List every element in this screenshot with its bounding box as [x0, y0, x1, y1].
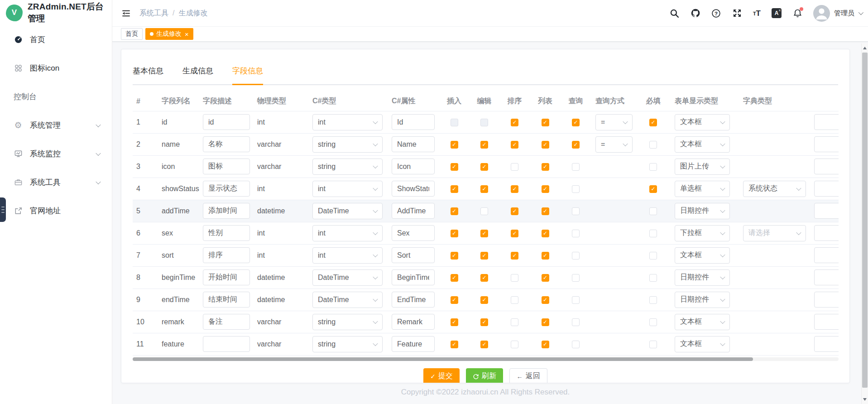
page-vertical-scrollbar[interactable]	[861, 43, 868, 404]
cs-prop-input[interactable]	[392, 225, 435, 241]
field-desc-input[interactable]	[203, 336, 250, 352]
tab-basic-info[interactable]: 基本信息	[133, 66, 163, 84]
cs-type-select[interactable]: int	[312, 181, 383, 197]
form-type-select[interactable]: 文本框	[675, 114, 730, 130]
required-checkbox[interactable]	[649, 163, 657, 171]
sort-checkbox[interactable]	[511, 296, 518, 304]
scroll-up-arrow[interactable]	[862, 44, 868, 52]
form-type-select[interactable]: 文本框	[675, 314, 730, 330]
close-icon[interactable]: ×	[185, 31, 189, 38]
required-checkbox[interactable]	[649, 296, 657, 304]
edit-checkbox[interactable]	[480, 296, 488, 304]
extra-input[interactable]	[814, 114, 839, 130]
cs-prop-input[interactable]	[392, 203, 435, 219]
required-checkbox[interactable]	[649, 274, 657, 282]
refresh-button[interactable]: 刷新	[466, 368, 503, 384]
font-size-icon[interactable]: TT	[753, 10, 761, 17]
cs-prop-input[interactable]	[392, 247, 435, 263]
insert-checkbox[interactable]	[451, 141, 458, 149]
query-checkbox[interactable]	[572, 207, 580, 215]
sort-checkbox[interactable]	[511, 274, 518, 282]
table-horizontal-scrollbar[interactable]	[133, 357, 839, 361]
form-type-select[interactable]: 下拉框	[675, 225, 730, 241]
insert-checkbox[interactable]	[451, 318, 458, 326]
query-mode-select[interactable]: =	[595, 114, 633, 130]
insert-checkbox[interactable]	[451, 119, 458, 126]
edit-checkbox[interactable]	[480, 141, 488, 149]
query-checkbox[interactable]	[572, 163, 580, 171]
insert-checkbox[interactable]	[451, 185, 458, 193]
cs-prop-input[interactable]	[392, 159, 435, 174]
bell-icon[interactable]	[792, 8, 802, 18]
field-desc-input[interactable]	[203, 181, 250, 197]
list-checkbox[interactable]	[542, 141, 549, 149]
sort-checkbox[interactable]	[511, 185, 518, 193]
query-checkbox[interactable]	[572, 230, 580, 237]
extra-input[interactable]	[814, 292, 839, 308]
cs-type-select[interactable]: string	[312, 336, 383, 352]
insert-checkbox[interactable]	[451, 230, 458, 237]
field-desc-input[interactable]	[203, 136, 250, 152]
tag-generate-edit[interactable]: 生成修改 ×	[145, 28, 193, 40]
extra-input[interactable]	[814, 203, 839, 219]
cs-prop-input[interactable]	[392, 136, 435, 152]
form-type-select[interactable]: 日期控件	[675, 269, 730, 286]
scrollbar-thumb[interactable]	[133, 357, 753, 361]
user-menu[interactable]: 管理员	[813, 5, 862, 22]
app-logo-row[interactable]: V ZRAdmin.NET后台管理	[0, 0, 112, 25]
cs-type-select[interactable]: DateTime	[312, 203, 383, 219]
insert-checkbox[interactable]	[451, 163, 458, 171]
cs-prop-input[interactable]	[392, 336, 435, 352]
insert-checkbox[interactable]	[451, 274, 458, 282]
edit-checkbox[interactable]	[480, 274, 488, 282]
required-checkbox[interactable]	[649, 141, 657, 149]
cs-type-select[interactable]: int	[312, 225, 383, 241]
form-type-select[interactable]: 文本框	[675, 247, 730, 264]
sort-checkbox[interactable]	[511, 207, 518, 215]
sort-checkbox[interactable]	[511, 230, 518, 237]
query-checkbox[interactable]	[572, 296, 580, 304]
cs-prop-input[interactable]	[392, 292, 435, 308]
list-checkbox[interactable]	[542, 274, 549, 282]
sidebar-item-console[interactable]: 控制台	[0, 82, 112, 111]
sidebar-item-icons[interactable]: 图标icon	[0, 54, 112, 82]
edit-checkbox[interactable]	[480, 207, 488, 215]
extra-input[interactable]	[814, 225, 839, 241]
query-mode-select[interactable]: =	[595, 136, 633, 153]
list-checkbox[interactable]	[542, 341, 549, 348]
sort-checkbox[interactable]	[511, 252, 518, 260]
query-checkbox[interactable]	[572, 119, 580, 126]
sidebar-item-home[interactable]: 首页	[0, 25, 112, 54]
avatar[interactable]	[813, 5, 830, 22]
extra-input[interactable]	[814, 269, 839, 285]
query-checkbox[interactable]	[572, 252, 580, 260]
required-checkbox[interactable]	[649, 341, 657, 348]
edit-checkbox[interactable]	[480, 119, 488, 126]
cs-type-select[interactable]: int	[312, 247, 383, 264]
required-checkbox[interactable]	[649, 318, 657, 326]
sort-checkbox[interactable]	[511, 341, 518, 348]
list-checkbox[interactable]	[542, 230, 549, 237]
field-desc-input[interactable]	[203, 225, 250, 241]
dict-type-select[interactable]: 系统状态	[743, 181, 806, 197]
extra-input[interactable]	[814, 247, 839, 263]
edit-checkbox[interactable]	[480, 185, 488, 193]
cs-type-select[interactable]: string	[312, 136, 383, 153]
list-checkbox[interactable]	[542, 318, 549, 326]
github-icon[interactable]	[691, 8, 700, 18]
edit-checkbox[interactable]	[480, 252, 488, 260]
list-checkbox[interactable]	[542, 163, 549, 171]
sidebar-item-official-site[interactable]: 官网地址	[0, 197, 112, 225]
cs-prop-input[interactable]	[392, 181, 435, 197]
list-checkbox[interactable]	[542, 296, 549, 304]
scrollbar-thumb[interactable]	[862, 53, 868, 388]
sort-checkbox[interactable]	[511, 141, 518, 149]
cs-type-select[interactable]: string	[312, 159, 383, 175]
list-checkbox[interactable]	[542, 207, 549, 215]
required-checkbox[interactable]	[649, 119, 657, 126]
help-icon[interactable]: ?	[711, 8, 721, 18]
field-desc-input[interactable]	[203, 159, 250, 174]
edit-checkbox[interactable]	[480, 163, 488, 171]
edit-checkbox[interactable]	[480, 341, 488, 348]
cs-type-select[interactable]: string	[312, 314, 383, 330]
